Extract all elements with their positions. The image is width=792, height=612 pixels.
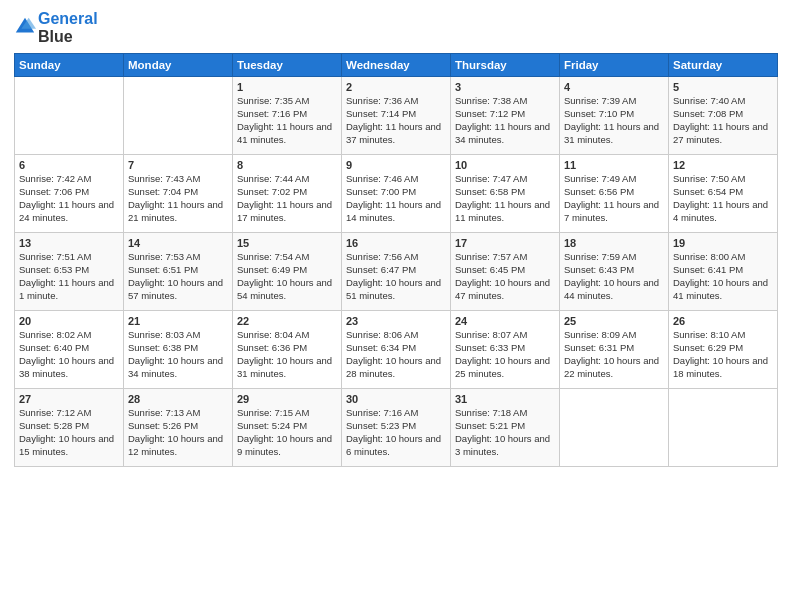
cell-info: Sunrise: 7:39 AM Sunset: 7:10 PM Dayligh… bbox=[564, 95, 664, 146]
calendar-header-row: SundayMondayTuesdayWednesdayThursdayFrid… bbox=[15, 54, 778, 77]
calendar-cell: 15Sunrise: 7:54 AM Sunset: 6:49 PM Dayli… bbox=[233, 233, 342, 311]
calendar-cell: 30Sunrise: 7:16 AM Sunset: 5:23 PM Dayli… bbox=[342, 389, 451, 467]
calendar-cell: 6Sunrise: 7:42 AM Sunset: 7:06 PM Daylig… bbox=[15, 155, 124, 233]
calendar-cell: 25Sunrise: 8:09 AM Sunset: 6:31 PM Dayli… bbox=[560, 311, 669, 389]
calendar-cell: 11Sunrise: 7:49 AM Sunset: 6:56 PM Dayli… bbox=[560, 155, 669, 233]
week-row-0: 1Sunrise: 7:35 AM Sunset: 7:16 PM Daylig… bbox=[15, 77, 778, 155]
day-number: 26 bbox=[673, 315, 773, 327]
calendar-cell bbox=[15, 77, 124, 155]
cell-info: Sunrise: 7:57 AM Sunset: 6:45 PM Dayligh… bbox=[455, 251, 555, 302]
cell-info: Sunrise: 8:09 AM Sunset: 6:31 PM Dayligh… bbox=[564, 329, 664, 380]
day-number: 28 bbox=[128, 393, 228, 405]
calendar-cell bbox=[124, 77, 233, 155]
calendar-cell: 14Sunrise: 7:53 AM Sunset: 6:51 PM Dayli… bbox=[124, 233, 233, 311]
cell-info: Sunrise: 7:43 AM Sunset: 7:04 PM Dayligh… bbox=[128, 173, 228, 224]
cell-info: Sunrise: 7:54 AM Sunset: 6:49 PM Dayligh… bbox=[237, 251, 337, 302]
cell-info: Sunrise: 7:47 AM Sunset: 6:58 PM Dayligh… bbox=[455, 173, 555, 224]
calendar-cell: 12Sunrise: 7:50 AM Sunset: 6:54 PM Dayli… bbox=[669, 155, 778, 233]
header: GeneralBlue bbox=[14, 10, 778, 45]
cell-info: Sunrise: 7:53 AM Sunset: 6:51 PM Dayligh… bbox=[128, 251, 228, 302]
cell-info: Sunrise: 7:12 AM Sunset: 5:28 PM Dayligh… bbox=[19, 407, 119, 458]
cell-info: Sunrise: 7:35 AM Sunset: 7:16 PM Dayligh… bbox=[237, 95, 337, 146]
calendar-cell: 23Sunrise: 8:06 AM Sunset: 6:34 PM Dayli… bbox=[342, 311, 451, 389]
week-row-2: 13Sunrise: 7:51 AM Sunset: 6:53 PM Dayli… bbox=[15, 233, 778, 311]
cell-info: Sunrise: 7:42 AM Sunset: 7:06 PM Dayligh… bbox=[19, 173, 119, 224]
day-number: 13 bbox=[19, 237, 119, 249]
calendar-cell: 4Sunrise: 7:39 AM Sunset: 7:10 PM Daylig… bbox=[560, 77, 669, 155]
cell-info: Sunrise: 7:56 AM Sunset: 6:47 PM Dayligh… bbox=[346, 251, 446, 302]
calendar-cell: 29Sunrise: 7:15 AM Sunset: 5:24 PM Dayli… bbox=[233, 389, 342, 467]
day-number: 25 bbox=[564, 315, 664, 327]
cell-info: Sunrise: 8:00 AM Sunset: 6:41 PM Dayligh… bbox=[673, 251, 773, 302]
day-header-sunday: Sunday bbox=[15, 54, 124, 77]
calendar-cell: 9Sunrise: 7:46 AM Sunset: 7:00 PM Daylig… bbox=[342, 155, 451, 233]
calendar-cell: 17Sunrise: 7:57 AM Sunset: 6:45 PM Dayli… bbox=[451, 233, 560, 311]
calendar-cell bbox=[669, 389, 778, 467]
calendar-body: 1Sunrise: 7:35 AM Sunset: 7:16 PM Daylig… bbox=[15, 77, 778, 467]
cell-info: Sunrise: 7:38 AM Sunset: 7:12 PM Dayligh… bbox=[455, 95, 555, 146]
calendar-cell: 24Sunrise: 8:07 AM Sunset: 6:33 PM Dayli… bbox=[451, 311, 560, 389]
day-header-thursday: Thursday bbox=[451, 54, 560, 77]
week-row-4: 27Sunrise: 7:12 AM Sunset: 5:28 PM Dayli… bbox=[15, 389, 778, 467]
calendar-cell: 26Sunrise: 8:10 AM Sunset: 6:29 PM Dayli… bbox=[669, 311, 778, 389]
day-number: 12 bbox=[673, 159, 773, 171]
cell-info: Sunrise: 7:40 AM Sunset: 7:08 PM Dayligh… bbox=[673, 95, 773, 146]
cell-info: Sunrise: 7:50 AM Sunset: 6:54 PM Dayligh… bbox=[673, 173, 773, 224]
day-header-wednesday: Wednesday bbox=[342, 54, 451, 77]
cell-info: Sunrise: 8:03 AM Sunset: 6:38 PM Dayligh… bbox=[128, 329, 228, 380]
calendar-table: SundayMondayTuesdayWednesdayThursdayFrid… bbox=[14, 53, 778, 467]
calendar-cell: 21Sunrise: 8:03 AM Sunset: 6:38 PM Dayli… bbox=[124, 311, 233, 389]
cell-info: Sunrise: 8:10 AM Sunset: 6:29 PM Dayligh… bbox=[673, 329, 773, 380]
day-header-saturday: Saturday bbox=[669, 54, 778, 77]
day-number: 7 bbox=[128, 159, 228, 171]
cell-info: Sunrise: 7:59 AM Sunset: 6:43 PM Dayligh… bbox=[564, 251, 664, 302]
logo-icon bbox=[14, 16, 36, 38]
day-number: 27 bbox=[19, 393, 119, 405]
day-number: 2 bbox=[346, 81, 446, 93]
day-number: 8 bbox=[237, 159, 337, 171]
cell-info: Sunrise: 7:15 AM Sunset: 5:24 PM Dayligh… bbox=[237, 407, 337, 458]
week-row-3: 20Sunrise: 8:02 AM Sunset: 6:40 PM Dayli… bbox=[15, 311, 778, 389]
cell-info: Sunrise: 7:16 AM Sunset: 5:23 PM Dayligh… bbox=[346, 407, 446, 458]
cell-info: Sunrise: 8:02 AM Sunset: 6:40 PM Dayligh… bbox=[19, 329, 119, 380]
calendar-cell: 13Sunrise: 7:51 AM Sunset: 6:53 PM Dayli… bbox=[15, 233, 124, 311]
day-number: 15 bbox=[237, 237, 337, 249]
day-number: 11 bbox=[564, 159, 664, 171]
cell-info: Sunrise: 7:46 AM Sunset: 7:00 PM Dayligh… bbox=[346, 173, 446, 224]
day-number: 3 bbox=[455, 81, 555, 93]
day-number: 5 bbox=[673, 81, 773, 93]
calendar-cell: 31Sunrise: 7:18 AM Sunset: 5:21 PM Dayli… bbox=[451, 389, 560, 467]
calendar-cell: 1Sunrise: 7:35 AM Sunset: 7:16 PM Daylig… bbox=[233, 77, 342, 155]
day-number: 29 bbox=[237, 393, 337, 405]
day-number: 9 bbox=[346, 159, 446, 171]
logo: GeneralBlue bbox=[14, 10, 98, 45]
day-number: 4 bbox=[564, 81, 664, 93]
calendar-cell: 20Sunrise: 8:02 AM Sunset: 6:40 PM Dayli… bbox=[15, 311, 124, 389]
day-number: 6 bbox=[19, 159, 119, 171]
calendar-cell: 28Sunrise: 7:13 AM Sunset: 5:26 PM Dayli… bbox=[124, 389, 233, 467]
calendar-cell: 22Sunrise: 8:04 AM Sunset: 6:36 PM Dayli… bbox=[233, 311, 342, 389]
calendar-cell: 2Sunrise: 7:36 AM Sunset: 7:14 PM Daylig… bbox=[342, 77, 451, 155]
day-number: 22 bbox=[237, 315, 337, 327]
day-header-tuesday: Tuesday bbox=[233, 54, 342, 77]
cell-info: Sunrise: 7:36 AM Sunset: 7:14 PM Dayligh… bbox=[346, 95, 446, 146]
day-number: 18 bbox=[564, 237, 664, 249]
day-number: 17 bbox=[455, 237, 555, 249]
day-number: 10 bbox=[455, 159, 555, 171]
calendar-cell: 7Sunrise: 7:43 AM Sunset: 7:04 PM Daylig… bbox=[124, 155, 233, 233]
day-number: 19 bbox=[673, 237, 773, 249]
calendar-cell: 18Sunrise: 7:59 AM Sunset: 6:43 PM Dayli… bbox=[560, 233, 669, 311]
logo-text: GeneralBlue bbox=[38, 10, 98, 45]
calendar-cell bbox=[560, 389, 669, 467]
calendar-cell: 8Sunrise: 7:44 AM Sunset: 7:02 PM Daylig… bbox=[233, 155, 342, 233]
calendar-cell: 5Sunrise: 7:40 AM Sunset: 7:08 PM Daylig… bbox=[669, 77, 778, 155]
cell-info: Sunrise: 7:49 AM Sunset: 6:56 PM Dayligh… bbox=[564, 173, 664, 224]
cell-info: Sunrise: 7:51 AM Sunset: 6:53 PM Dayligh… bbox=[19, 251, 119, 302]
calendar-cell: 3Sunrise: 7:38 AM Sunset: 7:12 PM Daylig… bbox=[451, 77, 560, 155]
day-number: 30 bbox=[346, 393, 446, 405]
day-number: 16 bbox=[346, 237, 446, 249]
calendar-cell: 10Sunrise: 7:47 AM Sunset: 6:58 PM Dayli… bbox=[451, 155, 560, 233]
cell-info: Sunrise: 7:18 AM Sunset: 5:21 PM Dayligh… bbox=[455, 407, 555, 458]
calendar-cell: 27Sunrise: 7:12 AM Sunset: 5:28 PM Dayli… bbox=[15, 389, 124, 467]
day-number: 14 bbox=[128, 237, 228, 249]
